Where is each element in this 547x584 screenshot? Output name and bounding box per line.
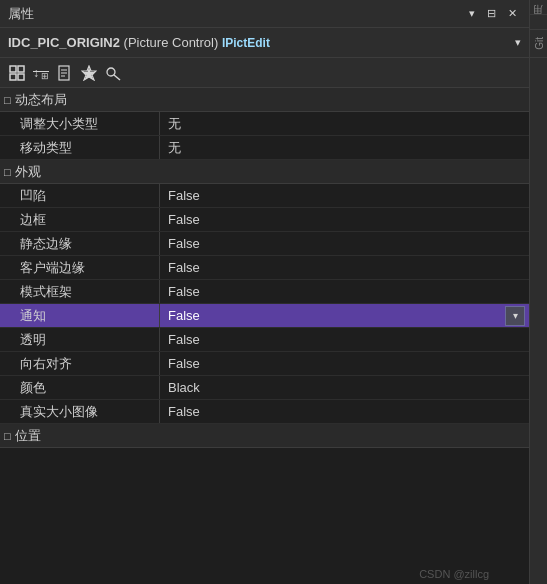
section-appearance-header[interactable]: □ 外观: [0, 160, 529, 184]
prop-name-border: 边框: [0, 208, 160, 231]
prop-name-move-type: 移动类型: [0, 136, 160, 159]
row-move-type[interactable]: 移动类型 无: [0, 136, 529, 160]
section-position-label: 位置: [15, 427, 41, 445]
control-id-bar: IDC_PIC_ORIGIN2 (Picture Control) IPictE…: [0, 28, 529, 58]
svg-text:↕: ↕: [33, 66, 39, 80]
properties-panel: 属性 ▾ ⊟ ✕ IDC_PIC_ORIGIN2 (Picture Contro…: [0, 0, 529, 584]
sidebar-tab-1[interactable]: 调: [530, 0, 547, 15]
minimize-button[interactable]: ⊟: [483, 6, 500, 21]
row-right-align[interactable]: 向右对齐 False: [0, 352, 529, 376]
prop-value-client-edge: False: [160, 256, 529, 279]
svg-line-14: [114, 75, 120, 80]
svg-rect-3: [18, 74, 24, 80]
prop-name-modal-frame: 模式框架: [0, 280, 160, 303]
title-bar: 属性 ▾ ⊟ ✕: [0, 0, 529, 28]
watermark: CSDN @zillcg: [419, 568, 489, 580]
svg-text:⊞: ⊞: [41, 71, 49, 81]
notify-dropdown[interactable]: ▾: [505, 306, 525, 326]
close-button[interactable]: ✕: [504, 6, 521, 21]
svg-rect-1: [18, 66, 24, 72]
section-appearance-label: 外观: [15, 163, 41, 181]
event-button[interactable]: [78, 62, 100, 84]
prop-name-real-size-image: 真实大小图像: [0, 400, 160, 423]
row-resize-type[interactable]: 调整大小类型 无: [0, 112, 529, 136]
prop-value-border: False: [160, 208, 529, 231]
window-title: 属性: [8, 5, 34, 23]
row-transparent[interactable]: 透明 False: [0, 328, 529, 352]
prop-value-notify: False: [160, 304, 529, 327]
toolbar: ↕ ⊞: [0, 58, 529, 88]
page-button[interactable]: [54, 62, 76, 84]
pin-button[interactable]: ▾: [465, 6, 479, 21]
section-position-expand-icon: □: [4, 430, 11, 442]
prop-name-client-edge: 客户端边缘: [0, 256, 160, 279]
section-dynamic-layout-header[interactable]: □ 动态布局: [0, 88, 529, 112]
row-modal-frame[interactable]: 模式框架 False: [0, 280, 529, 304]
row-sunken[interactable]: 凹陷 False: [0, 184, 529, 208]
row-client-edge[interactable]: 客户端边缘 False: [0, 256, 529, 280]
section-position-header[interactable]: □ 位置: [0, 424, 529, 448]
prop-value-modal-frame: False: [160, 280, 529, 303]
prop-value-move-type: 无: [160, 136, 529, 159]
prop-value-real-size-image: False: [160, 400, 529, 423]
row-notify[interactable]: 通知 False ▾: [0, 304, 529, 328]
row-real-size-image[interactable]: 真实大小图像 False: [0, 400, 529, 424]
section-expand-icon: □: [4, 94, 11, 106]
right-sidebar: 调 用 Git: [529, 0, 547, 584]
prop-name-static-edge: 静态边缘: [0, 232, 160, 255]
row-border[interactable]: 边框 False: [0, 208, 529, 232]
prop-value-right-align: False: [160, 352, 529, 375]
control-id: IDC_PIC_ORIGIN2 (Picture Control) IPictE…: [8, 35, 270, 50]
sidebar-tab-git[interactable]: Git: [530, 30, 547, 58]
prop-name-resize-type: 调整大小类型: [0, 112, 160, 135]
svg-rect-2: [10, 74, 16, 80]
prop-value-static-edge: False: [160, 232, 529, 255]
prop-name-notify: 通知: [0, 304, 160, 327]
section-dynamic-layout-label: 动态布局: [15, 91, 67, 109]
svg-point-13: [107, 68, 115, 76]
prop-name-transparent: 透明: [0, 328, 160, 351]
grid-view-button[interactable]: [6, 62, 28, 84]
prop-value-color: Black: [160, 376, 529, 399]
svg-rect-0: [10, 66, 16, 72]
sort-button[interactable]: ↕ ⊞: [30, 62, 52, 84]
prop-value-sunken: False: [160, 184, 529, 207]
sidebar-tab-2[interactable]: 用: [530, 15, 547, 30]
prop-name-color: 颜色: [0, 376, 160, 399]
window-controls: ▾ ⊟ ✕: [465, 6, 521, 21]
row-color[interactable]: 颜色 Black: [0, 376, 529, 400]
control-dropdown-arrow[interactable]: ▾: [515, 36, 521, 49]
prop-value-resize-type: 无: [160, 112, 529, 135]
prop-name-sunken: 凹陷: [0, 184, 160, 207]
prop-name-right-align: 向右对齐: [0, 352, 160, 375]
key-button[interactable]: [102, 62, 124, 84]
row-static-edge[interactable]: 静态边缘 False: [0, 232, 529, 256]
properties-table: □ 动态布局 调整大小类型 无 移动类型 无 □ 外观 凹陷 False 边框 …: [0, 88, 529, 584]
section-appearance-expand-icon: □: [4, 166, 11, 178]
prop-value-transparent: False: [160, 328, 529, 351]
